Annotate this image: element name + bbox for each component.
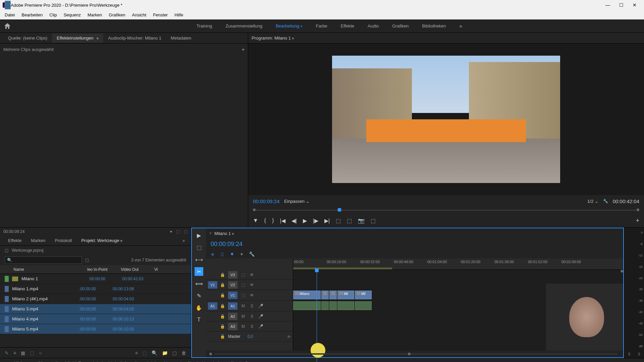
new-item-icon[interactable]: ▢ [172,350,177,356]
add-marker-icon[interactable]: ▼ [253,218,258,224]
lock-icon[interactable]: 🔒 [220,304,225,308]
close-button[interactable]: ✕ [628,0,641,10]
step-back-icon[interactable]: ◀| [291,218,297,224]
step-forward-icon[interactable]: |▶ [313,218,318,224]
list-view-icon[interactable]: ≡ [13,350,16,356]
extract-icon[interactable]: ⬚ [347,218,352,224]
resolution-select[interactable]: 1/2 ⌄ [587,199,598,204]
menu-hilfe[interactable]: Hilfe [171,11,186,19]
icon-view-icon[interactable]: ▦ [21,350,25,356]
go-to-in-icon[interactable]: |◀ [280,218,285,224]
pen-icon[interactable]: ✎ [5,350,9,356]
snap-icon[interactable]: ⚹ [211,251,215,257]
tab-marken[interactable]: Marken [26,237,50,244]
timeline-timecode[interactable]: 00:00:09:24 [211,241,243,248]
tab-projekt[interactable]: Projekt: Werkzeuge ≡ [76,237,127,244]
ripple-edit-tool-icon[interactable]: ⟷ [195,255,203,264]
audio-clip[interactable] [355,301,372,310]
col-video[interactable]: Vi [154,267,168,272]
hand-tool-icon[interactable]: ✋ [195,303,203,312]
workspace-grafiken[interactable]: Grafiken [385,21,415,31]
list-item[interactable]: Milano 3.mp4 :00:00;00 00:00;04;05 [0,304,191,314]
zoom-fit-select[interactable]: Einpassen ⌄ [284,199,309,204]
mute-button[interactable]: M [240,314,246,319]
scrubber-start-handle[interactable] [253,208,256,211]
new-bin-footer-icon[interactable]: 📁 [162,350,168,356]
track-header-a1[interactable]: A1 🔒 A1 M S 🎤 [206,301,293,311]
audio-meters[interactable]: 0 -6 -12 -18 -24 -30 -36 -42 -48 -54 dB … [624,228,644,358]
automate-icon[interactable]: ⬚ [143,350,147,356]
lock-icon[interactable]: 🔒 [220,273,225,277]
sync-lock-icon[interactable]: ⬚ [240,283,246,287]
scroll-start-handle[interactable] [209,353,212,355]
lock-icon[interactable]: 🔒 [220,324,225,329]
workspace-bearbeitung[interactable]: Bearbeitung ≡ [269,21,309,31]
button-editor-icon[interactable]: + [636,217,639,224]
audio-clip[interactable] [321,301,329,310]
video-clip[interactable] [329,291,337,299]
track-header-a2[interactable]: 🔒 A2 M S 🎤 [206,311,293,321]
menu-ansicht[interactable]: Ansicht [128,11,150,19]
comparison-icon[interactable]: ⬚ [371,218,376,224]
program-scrubber[interactable] [253,207,639,214]
expand-icon[interactable]: ▸ [243,47,245,52]
delete-icon[interactable]: 🗑 [181,350,186,356]
find-icon[interactable]: 🔍 [152,350,157,356]
col-out[interactable]: Video Out [121,267,154,272]
play-icon[interactable]: ▶ [303,218,307,224]
col-in[interactable]: leo In-Point [87,267,121,272]
search-input[interactable]: 🔍 [5,256,82,264]
track-header-a3[interactable]: 🔒 A3 M S 🎤 [206,321,293,331]
solo-button[interactable]: S [249,314,255,319]
track-header-v1[interactable]: 🔒 V1 ⬚ 👁 [206,290,293,301]
voiceover-icon[interactable]: 🎤 [258,314,264,319]
home-icon[interactable] [3,22,11,30]
type-tool-icon[interactable]: T [195,315,203,324]
sync-lock-icon[interactable]: ⬚ [240,293,246,298]
sync-lock-icon[interactable]: ⬚ [240,273,246,277]
program-timecode[interactable]: 00:00:09:24 [253,198,279,204]
lock-icon[interactable]: 🔒 [220,293,225,298]
mark-out-icon[interactable]: } [272,218,274,224]
tab-audioclip-mischer[interactable]: Audioclip-Mischer: Milano 1 [103,34,166,43]
zoom-slider-icon[interactable]: ○ [39,350,42,356]
tab-protokoll[interactable]: Protokoll [50,237,77,244]
toggle-output-icon[interactable]: 👁 [249,283,255,287]
razor-tool-icon[interactable]: ✂ [195,267,203,276]
close-sequence-icon[interactable]: × [209,231,212,236]
insert-icon[interactable]: ⬚ [176,229,180,234]
expand-icon[interactable]: ⊳ [287,334,291,339]
maximize-button[interactable]: ☐ [614,0,628,10]
project-tabs-overflow-icon[interactable]: » [180,238,187,243]
scroll-end-handle[interactable] [408,353,411,355]
lock-icon[interactable]: 🔒 [220,283,225,287]
list-item[interactable]: Milano 5.mp4 :00:00:00 00:00:10:00 [0,324,191,334]
menu-bearbeiten[interactable]: Bearbeiten [18,11,46,19]
workspace-overflow-icon[interactable]: » [452,23,469,29]
selection-tool-icon[interactable]: ▶ [195,231,203,240]
voiceover-icon[interactable]: 🎤 [258,304,264,308]
lock-icon[interactable]: 🔒 [220,334,225,339]
menu-marken[interactable]: Marken [84,11,105,19]
toggle-output-icon[interactable]: 👁 [249,273,255,277]
mark-in-icon[interactable]: { [264,218,266,224]
track-header-master[interactable]: 🔒 Master 0,0 ⊳ [206,331,293,342]
slip-tool-icon[interactable]: ⟺ [195,279,203,288]
tab-effekteinstellungen[interactable]: Effekteinstellungen ≡ [52,34,103,43]
wrench-icon[interactable]: 🔧 [603,199,608,203]
track-select-tool-icon[interactable]: ⬚ [195,243,203,252]
solo-right[interactable]: S [638,352,640,356]
lock-icon[interactable]: 🔒 [220,314,225,319]
linked-selection-icon[interactable]: ⬯ [221,251,224,257]
bin-icon[interactable]: ▢ [5,248,8,253]
tab-effekte[interactable]: Effekte [3,237,26,244]
timeline-tracks-area[interactable]: :00:00 00:00:16:00 00:00:32:00 00:00:48:… [293,258,623,351]
tab-metadaten[interactable]: Metadaten [166,34,196,43]
scrubber-playhead[interactable] [338,208,341,212]
add-marker-tl-icon[interactable]: ▼ [230,251,234,257]
mute-button[interactable]: M [240,304,246,308]
audio-clip[interactable] [337,301,354,310]
menu-sequenz[interactable]: Sequenz [60,11,84,19]
audio-clip[interactable] [329,301,337,310]
track-header-v2[interactable]: V1 🔒 V2 ⬚ 👁 [206,280,293,290]
